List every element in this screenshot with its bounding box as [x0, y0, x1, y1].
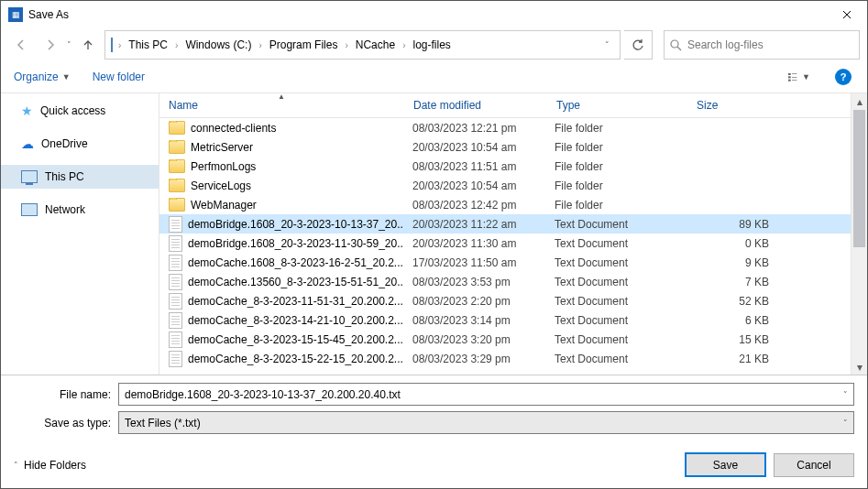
back-arrow-icon [15, 38, 27, 51]
vertical-scrollbar[interactable]: ▴ ▾ [851, 93, 867, 375]
file-name-text: demoBridge.1608_20-3-2023-10-13-37_20... [188, 218, 403, 231]
table-row[interactable]: demoCache.1608_8-3-2023-16-2-51_20.2...1… [159, 253, 867, 272]
cell-name: WebManager [159, 198, 403, 212]
table-row[interactable]: WebManager08/03/2023 12:42 pmFile folder [159, 195, 867, 214]
table-row[interactable]: PerfmonLogs08/03/2023 11:51 amFile folde… [159, 157, 867, 176]
sidebar-item-this-pc[interactable]: This PC [1, 165, 159, 189]
svg-rect-5 [792, 77, 797, 78]
table-row[interactable]: ServiceLogs20/03/2023 10:54 amFile folde… [159, 176, 867, 195]
table-row[interactable]: demoCache.13560_8-3-2023-15-51-51_20...0… [159, 272, 867, 291]
cell-name: demoCache.1608_8-3-2023-16-2-51_20.2... [159, 255, 403, 271]
cell-size: 7 KB [685, 276, 782, 288]
cell-type: Text Document [545, 295, 685, 308]
scroll-up-icon[interactable]: ▴ [852, 93, 867, 109]
table-row[interactable]: connected-clients08/03/2023 12:21 pmFile… [159, 118, 867, 137]
column-header-date[interactable]: Date modified [404, 93, 547, 117]
cell-date: 08/03/2023 12:21 pm [403, 122, 545, 135]
sidebar-item-network[interactable]: Network [1, 198, 159, 222]
organize-menu[interactable]: Organize ▼ [14, 71, 71, 83]
cell-type: File folder [545, 141, 685, 154]
monitor-icon [21, 170, 38, 183]
table-row[interactable]: demoCache_8-3-2023-15-22-15_20.200.2...0… [159, 349, 867, 368]
refresh-icon [632, 38, 644, 51]
table-row[interactable]: demoCache_8-3-2023-11-51-31_20.200.2...0… [159, 291, 867, 310]
file-rows: connected-clients08/03/2023 12:21 pmFile… [159, 118, 867, 375]
chevron-right-icon: › [116, 40, 123, 50]
cell-type: Text Document [545, 314, 685, 327]
crumb-ncache[interactable]: NCache [350, 32, 401, 58]
crumb-log-files[interactable]: log-files [407, 32, 456, 58]
file-icon [169, 331, 182, 348]
cell-type: File folder [545, 199, 685, 212]
window-title: Save As [28, 8, 69, 21]
forward-button[interactable] [38, 32, 63, 58]
file-name-text: ServiceLogs [191, 179, 251, 192]
cell-date: 08/03/2023 11:51 am [403, 160, 545, 173]
up-button[interactable] [75, 32, 101, 58]
hide-folders-toggle[interactable]: ˄ Hide Folders [14, 459, 86, 472]
cancel-button[interactable]: Cancel [774, 453, 854, 477]
cell-date: 20/03/2023 10:54 am [403, 179, 545, 192]
command-bar: Organize ▼ New folder ▼ ? [1, 61, 867, 93]
cell-type: Text Document [545, 237, 685, 250]
cell-date: 08/03/2023 2:20 pm [403, 295, 545, 308]
table-row[interactable]: demoCache_8-3-2023-14-21-10_20.200.2...0… [159, 310, 867, 330]
column-header-name[interactable]: ▲ Name [159, 93, 404, 117]
file-name-text: demoCache.1608_8-3-2023-16-2-51_20.2... [188, 256, 403, 269]
file-icon [169, 235, 182, 252]
svg-rect-2 [788, 76, 791, 78]
table-row[interactable]: MetricServer20/03/2023 10:54 amFile fold… [159, 137, 867, 157]
search-placeholder: Search log-files [687, 38, 764, 51]
cell-name: ServiceLogs [159, 179, 403, 192]
cell-type: Text Document [545, 276, 685, 288]
cell-name: MetricServer [159, 140, 403, 154]
table-row[interactable]: demoBridge.1608_20-3-2023-10-13-37_20...… [159, 214, 867, 234]
address-breadcrumb[interactable]: › This PC › Windows (C:) › Program Files… [104, 30, 621, 60]
chevron-down-icon[interactable]: ˅ [843, 390, 848, 399]
cell-type: Text Document [545, 333, 685, 346]
column-header-type[interactable]: Type [547, 93, 687, 117]
save-as-dialog: ▦ Save As ˅ › This PC › Windows (C:) › P… [0, 0, 868, 489]
sidebar-item-quick-access[interactable]: ★ Quick access [1, 99, 159, 123]
crumb-this-pc[interactable]: This PC [123, 32, 173, 58]
cell-name: demoCache_8-3-2023-15-15-45_20.200.2... [159, 331, 403, 348]
location-icon [111, 38, 113, 51]
file-name-text: PerfmonLogs [191, 160, 256, 173]
recent-locations-dropdown[interactable]: ˅ [67, 40, 71, 49]
address-dropdown[interactable]: ˅ [598, 40, 616, 49]
back-button[interactable] [8, 32, 34, 58]
help-button[interactable]: ? [832, 66, 854, 88]
file-name-text: demoCache_8-3-2023-14-21-10_20.200.2... [188, 314, 403, 327]
chevron-right-icon: › [401, 40, 407, 50]
search-input[interactable]: Search log-files [664, 30, 860, 60]
scrollbar-thumb[interactable] [853, 110, 865, 247]
save-button[interactable]: Save [685, 452, 766, 477]
cell-size: 15 KB [685, 333, 782, 346]
sidebar-item-onedrive[interactable]: ☁ OneDrive [1, 132, 159, 156]
table-row[interactable]: demoCache_8-3-2023-15-15-45_20.200.2...0… [159, 330, 867, 349]
save-as-type-combo[interactable]: Text Files (*.txt) ˅ [118, 411, 854, 434]
dialog-body: ★ Quick access ☁ OneDrive This PC Networ… [1, 93, 867, 375]
cell-name: demoBridge.1608_20-3-2023-10-13-37_20... [159, 216, 403, 233]
table-row[interactable]: demoBridge.1608_20-3-2023-11-30-59_20...… [159, 234, 867, 253]
crumb-program-files[interactable]: Program Files [264, 32, 344, 58]
cell-name: demoBridge.1608_20-3-2023-11-30-59_20... [159, 235, 403, 252]
svg-rect-4 [792, 73, 797, 74]
column-header-size[interactable]: Size [687, 93, 773, 117]
cell-name: demoCache_8-3-2023-15-22-15_20.200.2... [159, 351, 403, 367]
view-options-button[interactable]: ▼ [788, 66, 810, 88]
close-button[interactable] [826, 1, 867, 28]
file-name-input[interactable]: demoBridge.1608_20-3-2023-10-13-37_20.20… [118, 383, 854, 406]
chevron-down-icon[interactable]: ˅ [843, 418, 848, 428]
cell-size: 9 KB [685, 256, 782, 269]
scroll-down-icon[interactable]: ▾ [852, 359, 867, 375]
up-arrow-icon [82, 38, 94, 51]
new-folder-button[interactable]: New folder [93, 71, 145, 83]
crumb-drive[interactable]: Windows (C:) [180, 32, 257, 58]
refresh-button[interactable] [624, 30, 653, 60]
cell-name: connected-clients [159, 121, 403, 135]
cell-name: PerfmonLogs [159, 159, 403, 173]
help-icon: ? [835, 69, 852, 85]
hide-folders-label: Hide Folders [24, 459, 86, 472]
cloud-icon: ☁ [21, 137, 34, 150]
